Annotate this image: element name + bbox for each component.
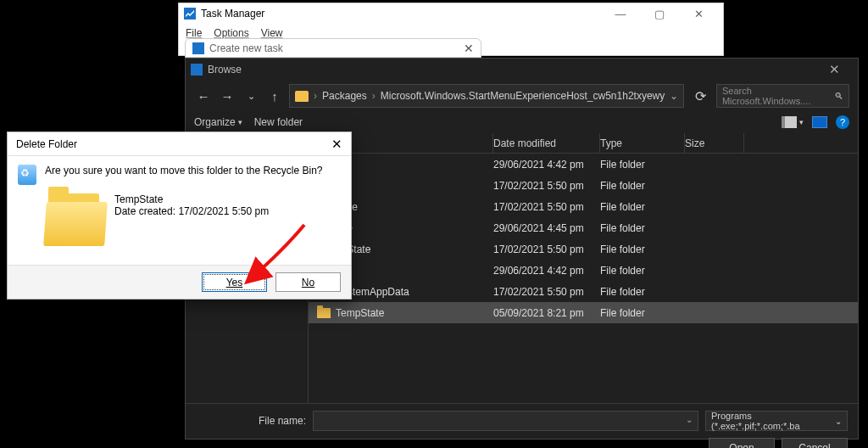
file-row[interactable]: ache17/02/2021 5:50 pmFile folder (309, 196, 858, 217)
task-manager-titlebar[interactable]: Task Manager — ▢ ✕ (179, 3, 723, 24)
browse-close-button[interactable]: ✕ (815, 62, 853, 77)
delete-folder-title: Delete Folder (16, 138, 77, 150)
chevron-right-icon: › (314, 90, 317, 102)
file-type: File folder (600, 265, 685, 277)
address-bar[interactable]: › Packages › Microsoft.Windows.StartMenu… (289, 84, 684, 108)
col-type[interactable]: Type (600, 133, 685, 153)
back-button[interactable]: ← (194, 86, 213, 106)
task-manager-title: Task Manager (201, 8, 264, 20)
open-button[interactable]: Open (709, 438, 775, 448)
file-type: File folder (600, 222, 685, 234)
breadcrumb-packages[interactable]: Packages (322, 90, 367, 102)
file-date: 05/09/2021 8:21 pm (493, 307, 600, 319)
run-dialog-icon (192, 42, 204, 54)
file-date: 29/06/2021 4:42 pm (493, 159, 600, 171)
task-manager-icon (184, 8, 196, 20)
delete-item-name: TempState (114, 193, 269, 205)
delete-folder-titlebar[interactable]: Delete Folder ✕ (8, 132, 351, 156)
file-row[interactable]: ata17/02/2021 5:50 pmFile folder (309, 175, 858, 196)
view-mode-button[interactable]: ▾ (782, 116, 804, 128)
file-list[interactable]: Name Date modified Type Size 29/06/2021 … (309, 133, 858, 403)
folder-icon (45, 193, 106, 246)
recycle-bin-icon (18, 165, 36, 185)
file-row[interactable]: ngState17/02/2021 5:50 pmFile folder (309, 238, 858, 260)
column-headers[interactable]: Name Date modified Type Size (309, 133, 858, 154)
minimize-button[interactable]: — (601, 3, 640, 24)
close-icon[interactable]: ✕ (331, 137, 342, 152)
menu-options[interactable]: Options (214, 27, 248, 39)
browse-footer: File name: ⌄ Programs (*.exe;*.pif;*.com… (186, 403, 858, 448)
help-button[interactable]: ? (836, 115, 849, 129)
menu-view[interactable]: View (261, 27, 283, 39)
close-icon[interactable]: ✕ (464, 42, 474, 55)
file-date: 29/06/2021 4:42 pm (493, 265, 600, 277)
file-date: 17/02/2021 5:50 pm (493, 244, 600, 255)
folder-icon (295, 91, 309, 102)
no-button[interactable]: No (275, 272, 341, 292)
delete-folder-dialog: Delete Folder ✕ Are you sure you want to… (7, 132, 352, 300)
preview-pane-button[interactable] (812, 116, 827, 128)
file-row[interactable]: TempState05/09/2021 8:21 pmFile folder (309, 302, 858, 323)
filename-label: File name: (196, 415, 306, 427)
search-input[interactable]: Search Microsoft.Windows.... 🔍︎ (716, 84, 849, 108)
breadcrumb-current[interactable]: Microsoft.Windows.StartMenuExperienceHos… (381, 90, 665, 102)
cancel-button[interactable]: Cancel (782, 438, 848, 448)
file-type: File folder (600, 307, 685, 319)
list-view-icon (782, 116, 797, 128)
close-button[interactable]: ✕ (679, 3, 718, 24)
file-row[interactable]: gs29/06/2021 4:42 pmFile folder (309, 260, 858, 281)
file-filter-dropdown[interactable]: Programs (*.exe;*.pif;*.com;*.ba⌄ (705, 411, 848, 431)
refresh-button[interactable]: ⟳ (689, 84, 711, 108)
browse-toolbar: Organize ▾ New folder ▾ ? (186, 111, 858, 133)
filename-input[interactable]: ⌄ (313, 411, 698, 431)
file-type: File folder (600, 159, 685, 171)
navigation-row: ← → ⌄ ↑ › Packages › Microsoft.Windows.S… (186, 81, 858, 111)
forward-button[interactable]: → (218, 86, 236, 106)
file-type: File folder (600, 201, 685, 213)
browse-titlebar[interactable]: Browse ✕ (186, 59, 858, 81)
maximize-button[interactable]: ▢ (640, 3, 679, 24)
file-type: File folder (600, 286, 685, 298)
browse-title-text: Browse (208, 64, 242, 76)
file-name: TempState (336, 307, 384, 319)
new-folder-button[interactable]: New folder (254, 116, 303, 128)
file-row[interactable]: 29/06/2021 4:42 pmFile folder (309, 154, 858, 175)
col-date[interactable]: Date modified (493, 133, 600, 153)
file-date: 17/02/2021 5:50 pm (493, 201, 600, 213)
menu-file[interactable]: File (186, 27, 202, 39)
create-new-task-tab: Create new task ✕ (185, 38, 481, 58)
browse-icon (191, 64, 203, 76)
file-type: File folder (600, 180, 685, 192)
recent-dropdown[interactable]: ⌄ (242, 86, 260, 106)
file-date: 17/02/2021 5:50 pm (493, 180, 600, 192)
search-placeholder: Search Microsoft.Windows.... (722, 86, 829, 106)
file-row[interactable]: SystemAppData17/02/2021 5:50 pmFile fold… (309, 281, 858, 302)
create-new-task-label: Create new task (209, 42, 283, 54)
file-date: 29/06/2021 4:45 pm (493, 222, 600, 234)
delete-item-meta: Date created: 17/02/2021 5:50 pm (114, 205, 269, 217)
col-size[interactable]: Size (685, 133, 744, 153)
file-date: 17/02/2021 5:50 pm (493, 286, 600, 298)
organize-menu[interactable]: Organize ▾ (194, 116, 242, 128)
search-icon: 🔍︎ (834, 91, 843, 101)
file-row[interactable]: tate29/06/2021 4:45 pmFile folder (309, 217, 858, 238)
up-button[interactable]: ↑ (265, 86, 284, 106)
folder-icon (317, 308, 331, 318)
chevron-right-icon: › (372, 90, 376, 102)
chevron-down-icon[interactable]: ⌄ (670, 90, 678, 102)
file-type: File folder (600, 244, 685, 255)
yes-button[interactable]: Yes (202, 272, 267, 292)
delete-question: Are you sure you want to move this folde… (45, 165, 323, 185)
